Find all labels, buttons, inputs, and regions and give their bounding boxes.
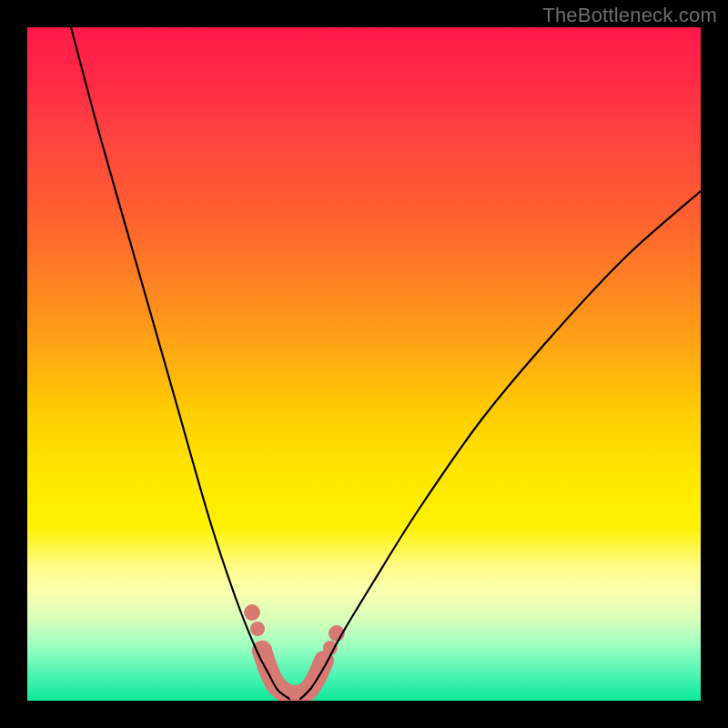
marker-dot bbox=[252, 641, 272, 661]
marker-dots bbox=[244, 604, 345, 701]
marker-dot bbox=[250, 622, 265, 636]
marker-dot bbox=[244, 604, 260, 621]
left-curve bbox=[71, 27, 289, 699]
attribution-label: TheBottleneck.com bbox=[542, 4, 717, 27]
curve-overlay bbox=[27, 27, 701, 701]
right-curve bbox=[300, 191, 701, 699]
